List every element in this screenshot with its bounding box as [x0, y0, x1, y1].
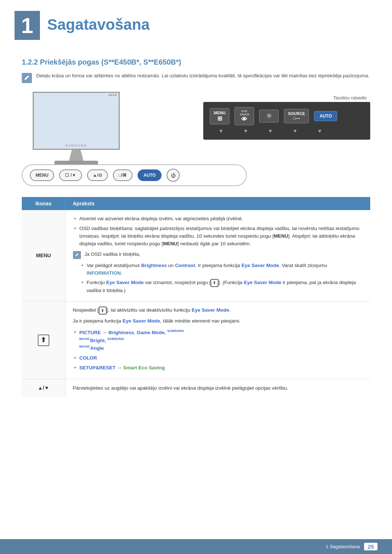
up-arrow-icon-inline: ⬆ — [99, 307, 107, 315]
page-header: 1 Sagatavošana — [0, 0, 392, 47]
guide-key-row: MENU ⊞ EYESAVER 👁 ☀ SOURCE □— — [210, 107, 364, 125]
up-circle-button[interactable]: ▲/⊙ — [87, 169, 108, 181]
eye-saver-key-label: EYESAVER — [238, 110, 250, 116]
table-row: ▲/▼ Pārvietojieties uz augšējo vai apakš… — [22, 379, 370, 397]
menu-key-label: MENU — [214, 111, 225, 115]
menu-bullet-list: Atveriet vai aizveriet ekrāna displeja i… — [73, 215, 363, 248]
eyesaver-bullet-3: SETUP&RESET → Smart Eco Saving — [73, 364, 363, 372]
eyesaver-bullet-1: PICTURE → Brightness, Game Mode, SAMSUNG… — [73, 329, 363, 352]
sub-pencil-icon — [75, 253, 79, 257]
dual-button[interactable]: □/⌘ — [113, 169, 133, 181]
monitor-dot — [115, 94, 117, 96]
inner-item-1: Var pielāgot iestatījumus Brightness un … — [80, 262, 363, 277]
key-arrows-row: ▼ ▼ ▼ ▼ ▼ — [210, 128, 364, 134]
section-title: 1.2.2 Priekšējās pogas (S**E450B*, S**E6… — [0, 47, 392, 72]
table-col1-header: Ikonas — [22, 197, 65, 210]
diagram-area: SAMSUNG Taustiņu ceļvedis MENU ⊞ EYESAVE… — [22, 92, 370, 186]
monitor-dot — [109, 94, 110, 96]
sub-note-box: Ja OSD vadība ir bloķēta, — [73, 251, 363, 259]
sub-note-text: Ja OSD vadība ir bloķēta, — [85, 251, 140, 258]
table-col2-header: Apraksts — [65, 197, 370, 210]
menu-desc-2: OSD vadības bloķēšana: saglabājiet pašre… — [73, 225, 363, 248]
up-icon: ⬆ — [211, 279, 219, 287]
arrows-desc: Pārvietojieties uz augšējo vai apakšējo … — [73, 385, 363, 392]
menu-key: MENU ⊞ — [210, 108, 229, 124]
monitor-logo: SAMSUNG — [65, 144, 87, 147]
monitor-dot — [111, 94, 112, 96]
arrow-indicator: ▼ — [261, 128, 280, 134]
eyesaver-front-button[interactable]: ☐/▼ — [59, 169, 82, 181]
brightness-key: ☀ — [259, 110, 279, 123]
description-cell-arrows: Pārvietojieties uz augšējo vai apakšējo … — [65, 379, 370, 397]
arrow-indicator: ▼ — [211, 128, 231, 134]
note-icon — [22, 73, 32, 83]
eyesaver-icon: ☐ — [65, 173, 69, 178]
keyboard-guide: Taustiņu ceļvedis MENU ⊞ EYESAVER 👁 ☀ — [203, 95, 370, 140]
power-button[interactable]: ⏻ — [167, 169, 180, 182]
footer-page-number: 25 — [364, 543, 377, 550]
monitor-diagram: SAMSUNG — [22, 92, 131, 175]
eyesaver-desc-1: Nospiediet [⬆], lai aktivizētu vai deakt… — [73, 307, 363, 315]
eyesaver-bullet-2: COLOR — [73, 354, 363, 362]
icon-cell-arrows: ▲/▼ — [22, 379, 65, 397]
monitor-stand — [69, 150, 83, 161]
source-key-label: SOURCE — [288, 111, 305, 116]
menu-desc-1: Atveriet vai aizveriet ekrāna displeja i… — [73, 215, 363, 223]
description-cell-eyesaver: Nospiediet [⬆], lai aktivizētu vai deakt… — [65, 301, 370, 379]
auto-key: AUTO — [314, 111, 337, 121]
monitor-dot — [113, 94, 114, 96]
main-table: Ikonas Apraksts MENU Atveriet vai aizver… — [22, 197, 370, 397]
chapter-number: 1 — [15, 11, 40, 40]
auto-front-button[interactable]: AUTO — [138, 169, 162, 181]
menu-icon-label: MENU — [36, 253, 51, 258]
description-cell-menu: Atveriet vai aizveriet ekrāna displeja i… — [65, 210, 370, 301]
eye-saver-key: EYESAVER 👁 — [234, 107, 254, 125]
inner-bullet-list: Var pielāgot iestatījumus Brightness un … — [73, 262, 363, 295]
monitor-dots — [109, 94, 117, 96]
updown-arrow-label: ▲/▼ — [38, 385, 49, 391]
note-box: Detaļu krāsa un forma var atšķirties no … — [22, 72, 370, 83]
table-row: MENU Atveriet vai aizveriet ekrāna displ… — [22, 210, 370, 301]
icon-cell-eyesaver: ⬆ — [22, 301, 65, 379]
menu-button[interactable]: MENU — [30, 169, 54, 181]
table-row: ⬆ Nospiediet [⬆], lai aktivizētu vai dea… — [22, 301, 370, 379]
guide-box: MENU ⊞ EYESAVER 👁 ☀ SOURCE □— — [203, 102, 370, 140]
arrow-indicator: ▼ — [310, 128, 330, 134]
monitor-screen: SAMSUNG — [33, 92, 120, 150]
source-key: SOURCE □— — [284, 109, 309, 123]
inner-item-2: Funkciju Eye Saver Mode var izmantot, no… — [80, 279, 363, 295]
footer-chapter-label: 1 Sagatavošana — [326, 544, 360, 549]
sub-note-icon — [73, 251, 81, 259]
arrow-indicator: ▼ — [236, 128, 256, 134]
front-buttons: MENU ☐/▼ ▲/⊙ □/⌘ AUTO ⏻ — [22, 164, 247, 186]
chapter-title: Sagatavošana — [47, 16, 150, 35]
eyesaver-bullet-list: PICTURE → Brightness, Game Mode, SAMSUNG… — [73, 329, 363, 372]
icon-cell-menu: MENU — [22, 210, 65, 301]
page-footer: 1 Sagatavošana 25 — [0, 539, 392, 554]
eyesaver-desc-2: Ja ir pieejama funkcija Eye Saver Mode, … — [73, 317, 363, 325]
eyesaver-icon-box: ⬆ — [38, 335, 49, 346]
note-text: Detaļu krāsa un forma var atšķirties no … — [36, 72, 369, 79]
guide-label: Taustiņu ceļvedis — [203, 95, 370, 100]
arrow-indicator: ▼ — [285, 128, 305, 134]
pencil-icon — [24, 75, 30, 81]
